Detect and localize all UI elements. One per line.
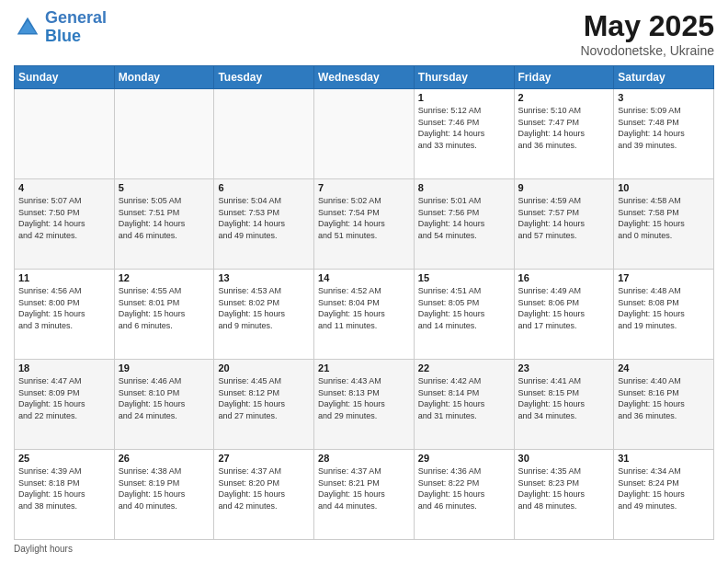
col-header-friday: Friday	[514, 66, 614, 89]
day-cell: 11Sunrise: 4:56 AM Sunset: 8:00 PM Dayli…	[15, 270, 115, 360]
week-row-4: 25Sunrise: 4:39 AM Sunset: 8:18 PM Dayli…	[15, 450, 714, 540]
day-cell: 19Sunrise: 4:46 AM Sunset: 8:10 PM Dayli…	[114, 360, 214, 450]
day-info: Sunrise: 4:49 AM Sunset: 8:06 PM Dayligh…	[518, 285, 610, 331]
day-number: 18	[18, 362, 110, 373]
day-number: 26	[119, 453, 210, 464]
day-info: Sunrise: 4:41 AM Sunset: 8:15 PM Dayligh…	[518, 375, 610, 421]
day-number: 14	[318, 272, 410, 283]
day-info: Sunrise: 5:05 AM Sunset: 7:51 PM Dayligh…	[119, 195, 210, 241]
logo-text: General Blue	[45, 9, 107, 46]
day-number: 22	[418, 362, 510, 373]
logo-icon	[14, 14, 41, 41]
calendar-body: 1Sunrise: 5:12 AM Sunset: 7:46 PM Daylig…	[15, 89, 714, 540]
day-info: Sunrise: 4:56 AM Sunset: 8:00 PM Dayligh…	[18, 285, 110, 331]
day-info: Sunrise: 4:47 AM Sunset: 8:09 PM Dayligh…	[18, 375, 110, 421]
day-number: 1	[418, 92, 510, 103]
day-cell: 17Sunrise: 4:48 AM Sunset: 8:08 PM Dayli…	[614, 270, 714, 360]
day-cell: 16Sunrise: 4:49 AM Sunset: 8:06 PM Dayli…	[514, 270, 614, 360]
day-cell: 15Sunrise: 4:51 AM Sunset: 8:05 PM Dayli…	[414, 270, 514, 360]
day-number: 31	[618, 453, 710, 464]
day-info: Sunrise: 4:48 AM Sunset: 8:08 PM Dayligh…	[618, 285, 710, 331]
day-number: 8	[418, 182, 510, 193]
col-header-wednesday: Wednesday	[314, 66, 415, 89]
col-header-tuesday: Tuesday	[214, 66, 314, 89]
day-number: 28	[318, 453, 410, 464]
day-info: Sunrise: 5:01 AM Sunset: 7:56 PM Dayligh…	[418, 195, 510, 241]
day-number: 9	[518, 182, 610, 193]
page: General Blue May 2025 Novodonetske, Ukra…	[0, 0, 728, 563]
day-cell: 1Sunrise: 5:12 AM Sunset: 7:46 PM Daylig…	[414, 89, 514, 179]
day-number: 19	[119, 362, 210, 373]
day-cell: 13Sunrise: 4:53 AM Sunset: 8:02 PM Dayli…	[214, 270, 314, 360]
day-number: 16	[518, 272, 610, 283]
day-info: Sunrise: 5:07 AM Sunset: 7:50 PM Dayligh…	[18, 195, 110, 241]
logo-blue: Blue	[45, 28, 107, 46]
main-title: May 2025	[580, 9, 714, 43]
day-number: 15	[418, 272, 510, 283]
day-number: 20	[218, 362, 310, 373]
day-cell: 20Sunrise: 4:45 AM Sunset: 8:12 PM Dayli…	[214, 360, 314, 450]
col-header-monday: Monday	[114, 66, 214, 89]
logo-general: General	[45, 8, 107, 27]
day-number: 5	[119, 182, 210, 193]
day-info: Sunrise: 4:37 AM Sunset: 8:20 PM Dayligh…	[218, 465, 310, 511]
day-number: 2	[518, 92, 610, 103]
day-info: Sunrise: 5:12 AM Sunset: 7:46 PM Dayligh…	[418, 105, 510, 151]
day-info: Sunrise: 4:59 AM Sunset: 7:57 PM Dayligh…	[518, 195, 610, 241]
day-info: Sunrise: 4:35 AM Sunset: 8:23 PM Dayligh…	[518, 465, 610, 511]
day-number: 3	[618, 92, 710, 103]
day-cell: 3Sunrise: 5:09 AM Sunset: 7:48 PM Daylig…	[614, 89, 714, 179]
day-number: 12	[119, 272, 210, 283]
week-row-2: 11Sunrise: 4:56 AM Sunset: 8:00 PM Dayli…	[15, 270, 714, 360]
day-number: 27	[218, 453, 310, 464]
week-row-0: 1Sunrise: 5:12 AM Sunset: 7:46 PM Daylig…	[15, 89, 714, 179]
day-number: 24	[618, 362, 710, 373]
day-number: 11	[18, 272, 110, 283]
day-info: Sunrise: 4:46 AM Sunset: 8:10 PM Dayligh…	[119, 375, 210, 421]
day-cell: 10Sunrise: 4:58 AM Sunset: 7:58 PM Dayli…	[614, 179, 714, 270]
day-info: Sunrise: 5:04 AM Sunset: 7:53 PM Dayligh…	[218, 195, 310, 241]
day-cell: 31Sunrise: 4:34 AM Sunset: 8:24 PM Dayli…	[614, 450, 714, 540]
day-number: 17	[618, 272, 710, 283]
day-cell: 6Sunrise: 5:04 AM Sunset: 7:53 PM Daylig…	[214, 179, 314, 270]
week-row-1: 4Sunrise: 5:07 AM Sunset: 7:50 PM Daylig…	[15, 179, 714, 270]
day-cell: 7Sunrise: 5:02 AM Sunset: 7:54 PM Daylig…	[314, 179, 415, 270]
logo: General Blue	[14, 9, 107, 46]
day-cell: 26Sunrise: 4:38 AM Sunset: 8:19 PM Dayli…	[114, 450, 214, 540]
day-info: Sunrise: 4:53 AM Sunset: 8:02 PM Dayligh…	[218, 285, 310, 331]
day-info: Sunrise: 4:55 AM Sunset: 8:01 PM Dayligh…	[119, 285, 210, 331]
day-info: Sunrise: 4:45 AM Sunset: 8:12 PM Dayligh…	[218, 375, 310, 421]
day-number: 23	[518, 362, 610, 373]
title-block: May 2025 Novodonetske, Ukraine	[580, 9, 714, 58]
day-number: 7	[318, 182, 410, 193]
day-info: Sunrise: 4:36 AM Sunset: 8:22 PM Dayligh…	[418, 465, 510, 511]
day-cell: 30Sunrise: 4:35 AM Sunset: 8:23 PM Dayli…	[514, 450, 614, 540]
header: General Blue May 2025 Novodonetske, Ukra…	[14, 9, 714, 58]
day-cell	[15, 89, 115, 179]
day-cell: 21Sunrise: 4:43 AM Sunset: 8:13 PM Dayli…	[314, 360, 415, 450]
col-header-saturday: Saturday	[614, 66, 714, 89]
day-info: Sunrise: 4:40 AM Sunset: 8:16 PM Dayligh…	[618, 375, 710, 421]
day-number: 30	[518, 453, 610, 464]
day-cell: 28Sunrise: 4:37 AM Sunset: 8:21 PM Dayli…	[314, 450, 415, 540]
day-cell: 27Sunrise: 4:37 AM Sunset: 8:20 PM Dayli…	[214, 450, 314, 540]
day-cell: 23Sunrise: 4:41 AM Sunset: 8:15 PM Dayli…	[514, 360, 614, 450]
day-cell	[114, 89, 214, 179]
day-info: Sunrise: 4:37 AM Sunset: 8:21 PM Dayligh…	[318, 465, 410, 511]
day-number: 13	[218, 272, 310, 283]
day-info: Sunrise: 4:38 AM Sunset: 8:19 PM Dayligh…	[119, 465, 210, 511]
day-number: 29	[418, 453, 510, 464]
day-cell: 8Sunrise: 5:01 AM Sunset: 7:56 PM Daylig…	[414, 179, 514, 270]
day-info: Sunrise: 5:10 AM Sunset: 7:47 PM Dayligh…	[518, 105, 610, 151]
day-number: 25	[18, 453, 110, 464]
day-info: Sunrise: 4:42 AM Sunset: 8:14 PM Dayligh…	[418, 375, 510, 421]
subtitle: Novodonetske, Ukraine	[580, 43, 714, 58]
day-info: Sunrise: 4:34 AM Sunset: 8:24 PM Dayligh…	[618, 465, 710, 511]
day-cell: 2Sunrise: 5:10 AM Sunset: 7:47 PM Daylig…	[514, 89, 614, 179]
day-info: Sunrise: 5:02 AM Sunset: 7:54 PM Dayligh…	[318, 195, 410, 241]
day-cell: 18Sunrise: 4:47 AM Sunset: 8:09 PM Dayli…	[15, 360, 115, 450]
day-info: Sunrise: 4:43 AM Sunset: 8:13 PM Dayligh…	[318, 375, 410, 421]
day-cell: 24Sunrise: 4:40 AM Sunset: 8:16 PM Dayli…	[614, 360, 714, 450]
col-header-sunday: Sunday	[15, 66, 115, 89]
day-number: 4	[18, 182, 110, 193]
